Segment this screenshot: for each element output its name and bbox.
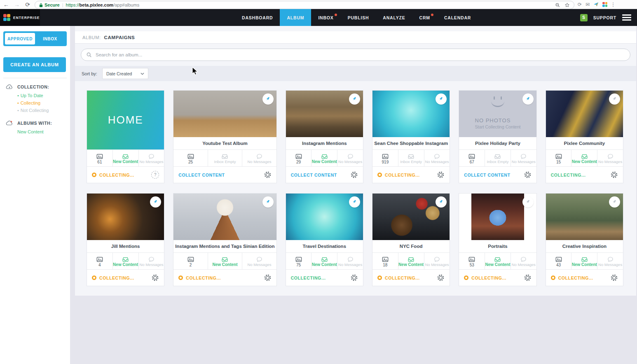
filter-new-content[interactable]: New Content bbox=[6, 129, 66, 134]
pin-icon[interactable] bbox=[609, 196, 620, 208]
bookmark-star-icon[interactable] bbox=[564, 2, 570, 8]
album-card: Instagram Mentions 29 New Content No Mes… bbox=[286, 90, 363, 183]
pin-icon[interactable] bbox=[436, 93, 447, 105]
settings-gear-icon[interactable] bbox=[350, 274, 358, 282]
browser-menu-icon[interactable]: ⋮ bbox=[611, 2, 616, 7]
nav-item-publish[interactable]: PUBLISH bbox=[341, 9, 376, 26]
album-card: Creative Inspiration 43 New Content No M… bbox=[546, 193, 623, 286]
zoom-out-icon[interactable] bbox=[555, 2, 560, 8]
collect-status[interactable]: COLLECTING... bbox=[178, 275, 221, 280]
chevron-down-icon bbox=[141, 72, 144, 75]
album-thumbnail[interactable]: NO PHOTOS Start Collecting Content bbox=[459, 91, 536, 137]
album-title: Jill Mentions bbox=[87, 240, 164, 252]
extension-sync-icon[interactable]: ⟳ bbox=[578, 2, 582, 7]
search-input[interactable] bbox=[96, 52, 625, 57]
collection-filter-not-collecting[interactable]: •Not Collecting bbox=[17, 108, 66, 113]
settings-gear-icon[interactable] bbox=[524, 171, 532, 179]
create-album-button[interactable]: CREATE AN ALBUM bbox=[3, 57, 66, 72]
settings-gear-icon[interactable] bbox=[610, 274, 618, 282]
album-thumbnail[interactable] bbox=[372, 91, 450, 137]
inbox-icon bbox=[321, 154, 328, 159]
page-header: ALBUM: CAMPAIGNS bbox=[75, 31, 636, 44]
hamburger-menu-icon[interactable] bbox=[622, 14, 631, 21]
settings-gear-icon[interactable] bbox=[264, 171, 272, 179]
collect-status[interactable]: COLLECTING... bbox=[377, 173, 420, 177]
collect-status[interactable]: COLLECTING... bbox=[377, 275, 420, 280]
collect-status[interactable]: COLLECTING... bbox=[92, 173, 134, 177]
collection-filter-up-to-date[interactable]: •Up To Date bbox=[17, 93, 66, 98]
pin-icon[interactable] bbox=[262, 93, 274, 105]
extension-mail-icon[interactable]: ✉ bbox=[585, 2, 590, 7]
nav-item-dashboard[interactable]: DASHBOARD bbox=[235, 9, 280, 26]
card-footer: COLLECTING... ? bbox=[286, 270, 363, 286]
collect-status[interactable]: COLLECTING... bbox=[92, 275, 134, 280]
collection-filter-collecting[interactable]: •Collecting bbox=[17, 100, 66, 105]
nav-item-calendar[interactable]: CALENDAR bbox=[437, 9, 478, 26]
messages-status: No Messages bbox=[139, 150, 164, 166]
album-thumbnail[interactable] bbox=[87, 194, 164, 240]
settings-gear-icon[interactable] bbox=[610, 171, 618, 179]
settings-gear-icon[interactable] bbox=[437, 274, 445, 282]
album-thumbnail[interactable] bbox=[546, 91, 623, 137]
settings-gear-icon[interactable] bbox=[437, 171, 445, 179]
support-link[interactable]: SUPPORT bbox=[593, 15, 616, 20]
address-bar[interactable]: Secure | https://beta.pixlee.com/app#alb… bbox=[35, 1, 574, 9]
album-thumbnail[interactable]: HOME bbox=[87, 91, 164, 149]
album-card: Pixlee Community 15 New Content No Messa… bbox=[546, 90, 623, 183]
toggle-inbox[interactable]: INBOX bbox=[35, 33, 65, 44]
collect-status[interactable]: COLLECTING... bbox=[551, 275, 593, 280]
album-thumbnail[interactable] bbox=[173, 194, 276, 240]
settings-gear-icon[interactable] bbox=[350, 171, 358, 179]
pin-icon[interactable] bbox=[436, 196, 447, 208]
collect-status[interactable]: COLLECT CONTENT bbox=[464, 173, 510, 177]
album-card: Portraits 53 New Content No Messages COL… bbox=[459, 193, 536, 286]
pin-icon[interactable] bbox=[522, 93, 534, 105]
pin-icon[interactable] bbox=[522, 196, 534, 208]
album-card: Youtube Test Album 25 Inbox Empty No Mes… bbox=[173, 90, 276, 183]
extension-pixlee-icon[interactable] bbox=[602, 2, 607, 7]
user-avatar[interactable]: S bbox=[580, 14, 588, 21]
sort-dropdown[interactable]: Date Created bbox=[102, 68, 148, 79]
album-thumbnail[interactable] bbox=[372, 194, 450, 240]
brand[interactable]: ENTERPRISE bbox=[0, 9, 40, 26]
album-thumbnail[interactable] bbox=[459, 194, 536, 240]
nav-item-inbox[interactable]: INBOX bbox=[311, 9, 340, 26]
collect-status[interactable]: COLLECT CONTENT bbox=[291, 173, 337, 177]
pin-icon[interactable] bbox=[150, 196, 161, 208]
pin-icon[interactable] bbox=[349, 196, 360, 208]
sidebar-divider bbox=[3, 78, 67, 78]
photo-count: 2 bbox=[173, 253, 208, 269]
toggle-approved[interactable]: APPROVED bbox=[5, 33, 35, 44]
album-thumbnail[interactable] bbox=[286, 194, 363, 240]
collect-status[interactable]: COLLECT CONTENT bbox=[178, 173, 225, 177]
help-icon[interactable]: ? bbox=[151, 171, 159, 179]
top-navigation: ENTERPRISE DASHBOARD ALBUM INBOX PUBLISH… bbox=[0, 9, 637, 26]
extension-plane-icon[interactable] bbox=[593, 2, 599, 7]
collect-status[interactable]: COLLECTING... bbox=[464, 275, 506, 280]
nav-item-analyze[interactable]: ANALYZE bbox=[376, 9, 412, 26]
album-thumbnail[interactable] bbox=[546, 194, 623, 240]
album-thumbnail[interactable] bbox=[173, 91, 276, 137]
album-stats: 75 New Content No Messages bbox=[286, 252, 363, 270]
collect-status[interactable]: COLLECTING... bbox=[551, 173, 586, 177]
album-stats: 29 New Content No Messages bbox=[286, 149, 363, 167]
settings-gear-icon[interactable] bbox=[264, 274, 272, 282]
album-card: Travel Destinations 75 New Content No Me… bbox=[286, 193, 363, 286]
photo-icon bbox=[382, 154, 389, 159]
forward-icon[interactable]: → bbox=[13, 2, 21, 7]
pin-icon[interactable] bbox=[609, 93, 620, 105]
photo-count: 25 bbox=[173, 150, 208, 166]
collect-status[interactable]: COLLECTING... bbox=[291, 275, 326, 280]
messages-status: No Messages bbox=[242, 150, 276, 166]
pin-icon[interactable] bbox=[262, 196, 274, 208]
album-thumbnail[interactable] bbox=[286, 91, 363, 137]
inbox-icon bbox=[122, 154, 129, 159]
back-icon[interactable]: ← bbox=[2, 2, 10, 7]
settings-gear-icon[interactable] bbox=[151, 274, 159, 282]
nav-item-album[interactable]: ALBUM bbox=[280, 9, 311, 26]
pin-icon[interactable] bbox=[349, 93, 360, 105]
nav-item-crm[interactable]: CRM bbox=[412, 9, 437, 26]
album-card: Jill Mentions 4 New Content No Messages … bbox=[87, 193, 164, 286]
settings-gear-icon[interactable] bbox=[524, 274, 532, 282]
refresh-icon[interactable]: ⟳ bbox=[24, 2, 31, 7]
